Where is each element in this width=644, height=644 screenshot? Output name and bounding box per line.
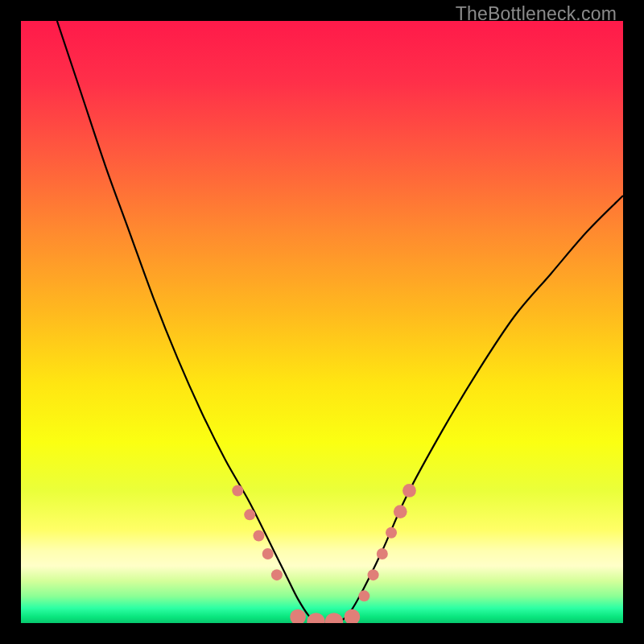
curve-marker [232,485,243,496]
curve-marker [271,569,283,580]
curve-marker [394,505,407,518]
curve-marker [368,569,379,580]
bottleneck-chart [21,21,623,623]
curve-marker [253,530,264,542]
gradient-background [21,21,623,623]
curve-marker [402,484,416,497]
watermark-text: TheBottleneck.com [456,3,617,25]
curve-marker [377,548,388,559]
curve-marker [262,548,274,559]
curve-marker [358,590,369,601]
chart-frame [21,21,623,623]
curve-marker [244,509,255,520]
curve-marker [386,527,397,539]
